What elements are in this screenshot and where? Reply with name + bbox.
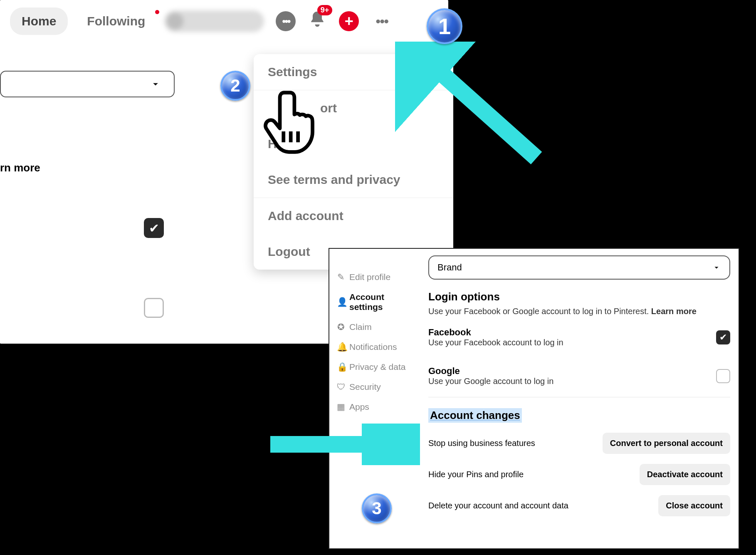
account-change-button[interactable]: Convert to personal account	[603, 433, 730, 454]
svg-line-0	[420, 54, 536, 158]
sidebar-icon: 🔒	[337, 362, 345, 372]
step-3-badge: 3	[362, 493, 392, 523]
sidebar-item-account-settings[interactable]: 👤Account settings	[335, 287, 418, 317]
notifications-icon[interactable]: 9+	[308, 10, 326, 32]
nav-following[interactable]: Following	[75, 7, 157, 35]
step-1-badge: 1	[427, 8, 462, 44]
facebook-desc: Use your Facebook account to log in	[428, 338, 705, 347]
sidebar-item-label: Account settings	[349, 292, 417, 312]
notification-count-badge: 9+	[317, 5, 333, 15]
nav-icons: ••• 9+ + •••	[276, 10, 392, 32]
account-change-row: Hide your Pins and profileDeactivate acc…	[428, 464, 730, 485]
login-options-subtitle-text: Use your Facebook or Google account to l…	[428, 307, 651, 316]
annotation-arrow-1	[395, 42, 545, 166]
login-google-row: Google Use your Google account to log in	[428, 366, 730, 386]
divider	[428, 397, 730, 397]
menu-terms[interactable]: See terms and privacy	[254, 162, 453, 198]
chevron-down-icon	[712, 263, 721, 272]
annotation-arrow-2	[262, 424, 420, 465]
brand-select[interactable]: Brand	[428, 255, 730, 280]
chevron-down-icon	[150, 78, 161, 90]
nav-following-label: Following	[87, 14, 145, 28]
sidebar-item-privacy-data[interactable]: 🔒Privacy & data	[335, 357, 418, 377]
facebook-checkbox[interactable]: ✔	[716, 330, 730, 344]
sidebar-item-label: Privacy & data	[349, 362, 405, 372]
sidebar-icon: ✎	[337, 272, 345, 282]
create-button[interactable]: +	[339, 11, 359, 31]
account-change-row: Stop using business featuresConvert to p…	[428, 433, 730, 454]
pointer-cursor-icon	[262, 89, 324, 156]
checkbox-unchecked[interactable]	[144, 298, 164, 318]
account-change-button[interactable]: Deactivate account	[640, 464, 730, 485]
settings-main: Brand Login options Use your Facebook or…	[428, 255, 730, 516]
brand-select-label: Brand	[437, 262, 462, 273]
sidebar-item-label: Security	[349, 382, 381, 392]
sidebar-item-label: Apps	[349, 402, 369, 412]
sidebar-icon: ▦	[337, 402, 345, 412]
google-desc: Use your Google account to log in	[428, 377, 705, 386]
login-options-subtitle: Use your Facebook or Google account to l…	[428, 307, 730, 316]
sidebar-icon: 🛡	[337, 382, 345, 392]
sidebar-item-label: Notifications	[349, 342, 397, 352]
top-nav: Home Following ••• 9+ + •••	[10, 7, 392, 35]
sidebar-item-edit-profile[interactable]: ✎Edit profile	[335, 267, 418, 287]
account-change-button[interactable]: Close account	[658, 495, 730, 516]
dropdown-field[interactable]	[0, 71, 175, 97]
account-changes-title: Account changes	[428, 408, 522, 423]
sidebar-item-security[interactable]: 🛡Security	[335, 377, 418, 397]
login-facebook-row: Facebook Use your Facebook account to lo…	[428, 327, 730, 347]
more-menu-button[interactable]: •••	[371, 12, 392, 31]
menu-add-account[interactable]: Add account	[254, 198, 453, 234]
google-label: Google	[428, 366, 705, 377]
checkbox-checked[interactable]: ✔	[144, 218, 164, 238]
sidebar-item-notifications[interactable]: 🔔Notifications	[335, 337, 418, 357]
sidebar-icon: 👤	[337, 297, 345, 307]
learn-more-text-fragment: rn more	[0, 161, 40, 174]
account-change-row: Delete your account and account dataClos…	[428, 495, 730, 516]
settings-sidebar: ✎Edit profile👤Account settings✪Claim🔔Not…	[335, 267, 418, 417]
sidebar-icon: ✪	[337, 322, 345, 332]
login-options-title: Login options	[428, 290, 730, 303]
sidebar-icon: 🔔	[337, 342, 345, 352]
sidebar-item-apps[interactable]: ▦Apps	[335, 397, 418, 417]
sidebar-item-claim[interactable]: ✪Claim	[335, 317, 418, 337]
account-change-label: Stop using business features	[428, 439, 535, 448]
learn-more-link[interactable]: Learn more	[651, 307, 697, 316]
account-change-label: Delete your account and account data	[428, 501, 568, 510]
facebook-label: Facebook	[428, 327, 705, 338]
step-2-badge: 2	[220, 71, 250, 101]
profile-chip[interactable]	[164, 10, 264, 32]
account-change-label: Hide your Pins and profile	[428, 470, 524, 479]
nav-home[interactable]: Home	[10, 7, 68, 35]
sidebar-item-label: Claim	[349, 322, 372, 332]
messages-icon[interactable]: •••	[276, 11, 296, 31]
unread-dot-icon	[155, 10, 159, 14]
google-checkbox[interactable]	[716, 369, 730, 383]
sidebar-item-label: Edit profile	[349, 272, 390, 282]
